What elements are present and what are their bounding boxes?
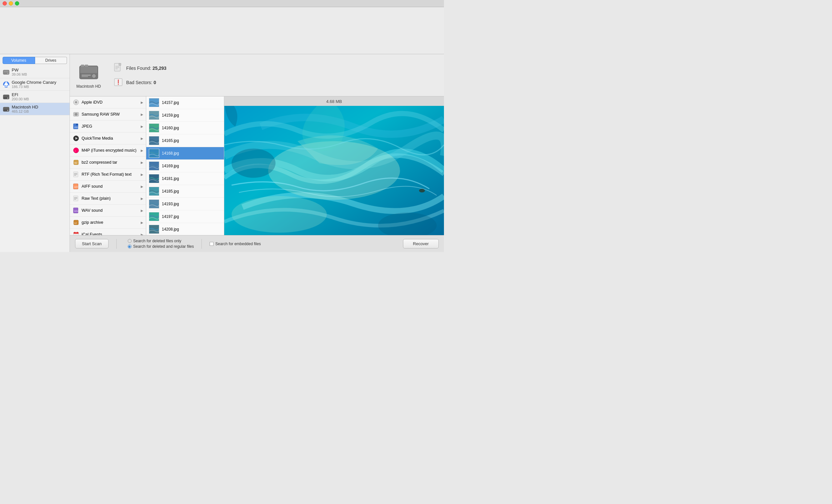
file-thumbnail xyxy=(149,149,159,158)
category-icon: WAV xyxy=(73,207,80,214)
category-icon xyxy=(73,135,80,142)
radio-deleted-regular[interactable] xyxy=(128,245,132,248)
category-item-9[interactable]: WAV WAV sound ▶ xyxy=(70,204,146,217)
maximize-button[interactable] xyxy=(15,1,19,5)
start-scan-button[interactable]: Start Scan xyxy=(75,239,108,248)
file-item-14208.jpg[interactable]: 14208.jpg xyxy=(146,223,224,235)
category-name: Apple iDVD xyxy=(82,100,139,105)
file-thumbnail xyxy=(149,111,159,120)
chevron-right-icon: ▶ xyxy=(141,197,143,200)
middle-section: Apple iDVD ▶ Samsung RAW SRW ▶ JPEG JPEG… xyxy=(70,96,444,235)
recover-button[interactable]: Recover xyxy=(403,239,439,248)
search-deleted-only-label: Search for deleted files only xyxy=(133,239,181,243)
svg-text:WAV: WAV xyxy=(74,210,78,212)
chevron-right-icon: ▶ xyxy=(141,101,143,104)
separator xyxy=(116,239,117,249)
close-button[interactable] xyxy=(3,1,7,5)
svg-point-14 xyxy=(93,75,95,77)
drive-info-bar: Macintosh HD F xyxy=(70,54,444,96)
category-name: Raw Text (plain) xyxy=(82,196,139,201)
category-item-3[interactable]: QuickTime Media ▶ xyxy=(70,133,146,144)
chevron-right-icon: ▶ xyxy=(141,185,143,188)
chevron-right-icon: ▶ xyxy=(141,233,143,235)
chevron-right-icon: ▶ xyxy=(141,221,143,224)
sidebar-item-name: Macintosh HD xyxy=(12,105,67,109)
category-item-8[interactable]: Raw Text (plain) ▶ xyxy=(70,193,146,204)
preview-panel: 4.68 MB xyxy=(224,96,444,235)
chevron-right-icon: ▶ xyxy=(141,149,143,152)
file-item-14193.jpg[interactable]: 14193.jpg xyxy=(146,198,224,211)
category-item-5[interactable]: BZ bz2 compressed tar ▶ xyxy=(70,157,146,169)
category-item-2[interactable]: JPEG JPEG ▶ xyxy=(70,120,146,133)
file-item-14165.jpg[interactable]: 14165.jpg xyxy=(146,135,224,147)
sidebar-item-info: PW 39.06 MB xyxy=(12,67,67,76)
svg-point-91 xyxy=(232,196,327,233)
file-item-14159.jpg[interactable]: 14159.jpg xyxy=(146,109,224,122)
svg-text:BZ: BZ xyxy=(74,162,78,164)
file-name: 14193.jpg xyxy=(162,202,179,206)
svg-rect-20 xyxy=(119,63,121,65)
search-embedded-option[interactable]: Search for embedded files xyxy=(210,242,261,246)
sidebar-item-macintosh-hd[interactable]: Macintosh HD 465.12 GB xyxy=(0,103,70,115)
category-icon: AIFF xyxy=(73,183,80,190)
category-item-1[interactable]: Samsung RAW SRW ▶ xyxy=(70,109,146,120)
category-name: QuickTime Media xyxy=(82,136,139,141)
search-deleted-only-option[interactable]: Search for deleted files only xyxy=(128,239,194,243)
file-item-14197.jpg[interactable]: 14197.jpg xyxy=(146,211,224,223)
file-name: 14181.jpg xyxy=(162,176,179,181)
svg-point-7 xyxy=(7,97,8,99)
file-thumbnail xyxy=(149,225,159,234)
sidebar-item-size: 465.12 GB xyxy=(12,109,67,113)
sidebar-drive-icon xyxy=(3,81,10,88)
file-thumbnail xyxy=(149,123,159,133)
files-found-value: 25,293 xyxy=(152,65,166,71)
svg-text:AIFF: AIFF xyxy=(74,186,78,188)
chevron-right-icon: ▶ xyxy=(141,125,143,128)
sidebar-tabs: Volumes Drives xyxy=(0,54,70,66)
file-item-14181.jpg[interactable]: 14181.jpg xyxy=(146,172,224,185)
file-item-14157.jpg[interactable]: 14157.jpg xyxy=(146,96,224,109)
svg-point-28 xyxy=(76,102,76,103)
category-name: bz2 compressed tar xyxy=(82,160,139,165)
category-icon xyxy=(73,99,80,106)
file-thumbnail xyxy=(149,199,159,208)
svg-point-94 xyxy=(419,189,425,192)
bad-sectors-row: Bad Sectors: 0 xyxy=(114,77,166,88)
file-item-14160.jpg[interactable]: 14160.jpg xyxy=(146,122,224,135)
bad-sectors-label: Bad Sectors: 0 xyxy=(126,80,156,85)
files-found-label: Files Found: 25,293 xyxy=(126,65,166,71)
svg-rect-15 xyxy=(82,75,91,76)
chevron-right-icon: ▶ xyxy=(141,113,143,116)
category-icon xyxy=(73,111,80,118)
minimize-button[interactable] xyxy=(9,1,13,5)
file-item-14185.jpg[interactable]: 14185.jpg xyxy=(146,185,224,198)
drives-tab[interactable]: Drives xyxy=(35,57,67,64)
separator2 xyxy=(202,239,202,249)
sidebar-item-efi[interactable]: EFI 200.00 MB xyxy=(0,91,70,103)
bad-sectors-icon xyxy=(114,77,123,88)
category-item-0[interactable]: Apple iDVD ▶ xyxy=(70,96,146,109)
checkbox-embedded[interactable] xyxy=(210,242,213,246)
category-item-4[interactable]: ♪ M4P (iTunes encrypted music) ▶ xyxy=(70,144,146,157)
svg-point-92 xyxy=(232,148,276,178)
search-deleted-regular-option[interactable]: Search for deleted and regular files xyxy=(128,244,194,249)
file-item-14169.jpg[interactable]: 14169.jpg xyxy=(146,160,224,172)
sidebar-item-google-chrome-canary[interactable]: Google Chrome Canary 186.73 MB xyxy=(0,78,70,91)
category-item-11[interactable]: iCal Events ▶ xyxy=(70,229,146,235)
file-name: 14157.jpg xyxy=(162,100,179,105)
sidebar-item-pw[interactable]: PW 39.06 MB xyxy=(0,66,70,78)
svg-point-2 xyxy=(7,73,8,74)
svg-text:JPEG: JPEG xyxy=(74,126,78,128)
category-item-6[interactable]: RTF (Rich Text Format) text ▶ xyxy=(70,169,146,180)
file-thumbnail xyxy=(149,187,159,196)
radio-deleted-only[interactable] xyxy=(128,239,132,243)
svg-text:♪: ♪ xyxy=(74,149,76,152)
sidebar-item-info: Google Chrome Canary 186.73 MB xyxy=(12,80,67,89)
file-item-14168.jpg[interactable]: 14168.jpg xyxy=(146,147,224,160)
bad-sectors-value: 0 xyxy=(153,80,156,85)
volumes-tab[interactable]: Volumes xyxy=(3,57,35,64)
file-thumbnail xyxy=(149,136,159,145)
category-item-10[interactable]: GZ gzip archive ▶ xyxy=(70,217,146,229)
category-item-7[interactable]: AIFF AIFF sound ▶ xyxy=(70,180,146,193)
top-area xyxy=(0,7,444,54)
